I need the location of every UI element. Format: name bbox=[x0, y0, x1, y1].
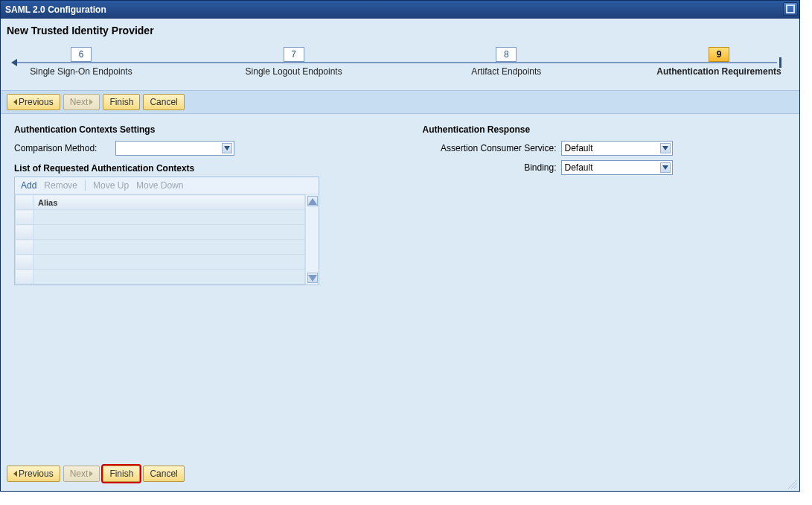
svg-rect-0 bbox=[787, 5, 794, 13]
table-row[interactable] bbox=[16, 225, 305, 240]
comparison-method-select[interactable] bbox=[115, 141, 234, 156]
finish-button[interactable]: Finish bbox=[103, 94, 140, 110]
resize-grip-icon[interactable] bbox=[787, 478, 799, 490]
svg-marker-6 bbox=[662, 165, 668, 170]
maximize-button[interactable] bbox=[783, 2, 798, 16]
title-bar: SAML 2.0 Configuration bbox=[1, 1, 799, 19]
action-bar-top: Previous Next Finish Cancel bbox=[1, 90, 799, 114]
table-row[interactable] bbox=[16, 240, 305, 255]
content-area: Authentication Contexts Settings Compari… bbox=[1, 114, 799, 296]
binding-value: Default bbox=[565, 162, 593, 173]
arrow-right-icon bbox=[89, 471, 93, 477]
previous-button[interactable]: Previous bbox=[7, 466, 60, 482]
auth-contexts-table: Alias bbox=[15, 194, 305, 285]
next-button: Next bbox=[63, 94, 100, 110]
arrow-left-icon bbox=[13, 471, 17, 477]
table-row[interactable] bbox=[16, 270, 305, 285]
wizard-step-9[interactable]: 9 Authentication Requirements bbox=[645, 47, 793, 77]
wizard-step-8[interactable]: 8 Artifact Endpoints bbox=[432, 47, 581, 77]
movedown-button: Move Down bbox=[136, 180, 183, 191]
cell-alias[interactable] bbox=[33, 255, 305, 270]
table-scrollbar[interactable] bbox=[305, 194, 319, 285]
table-row[interactable] bbox=[16, 210, 305, 225]
acs-label: Assertion Consumer Service: bbox=[423, 143, 557, 153]
auth-response-heading: Authentication Response bbox=[423, 124, 787, 135]
next-label: Next bbox=[70, 97, 89, 107]
auth-contexts-table-panel: Add Remove Move Up Move Down Alias bbox=[14, 177, 319, 285]
previous-label: Previous bbox=[19, 469, 54, 479]
chevron-down-icon bbox=[222, 143, 232, 153]
chevron-down-icon bbox=[660, 162, 671, 173]
scroll-up-icon[interactable] bbox=[307, 196, 318, 206]
comparison-method-row: Comparison Method: bbox=[14, 141, 378, 156]
binding-select[interactable]: Default bbox=[561, 160, 673, 175]
page-title: New Trusted Identity Provider bbox=[1, 19, 799, 39]
wizard-step-6[interactable]: 6 Single Sign-On Endpoints bbox=[7, 47, 156, 77]
svg-marker-2 bbox=[224, 146, 230, 150]
cell-alias[interactable] bbox=[33, 225, 305, 240]
auth-contexts-heading: Authentication Contexts Settings bbox=[14, 124, 378, 135]
add-button[interactable]: Add bbox=[21, 180, 36, 191]
svg-marker-3 bbox=[308, 198, 317, 205]
cell-alias[interactable] bbox=[33, 210, 305, 225]
row-header-blank bbox=[16, 195, 33, 210]
cancel-button[interactable]: Cancel bbox=[143, 94, 184, 110]
cell-alias[interactable] bbox=[33, 270, 305, 285]
acs-value: Default bbox=[565, 143, 593, 153]
svg-marker-4 bbox=[308, 275, 317, 282]
step-label: Single Sign-On Endpoints bbox=[30, 66, 132, 77]
binding-row: Binding: Default bbox=[423, 160, 787, 175]
previous-label: Previous bbox=[19, 97, 54, 107]
finish-label: Finish bbox=[109, 469, 133, 479]
action-bar-bottom: Previous Next Finish Cancel bbox=[7, 466, 185, 482]
step-number: 7 bbox=[284, 47, 304, 62]
moveup-button: Move Up bbox=[93, 180, 129, 191]
table-toolbar: Add Remove Move Up Move Down bbox=[15, 177, 319, 194]
step-number: 8 bbox=[496, 47, 517, 62]
saml-config-window: SAML 2.0 Configuration New Trusted Ident… bbox=[0, 0, 800, 492]
list-heading: List of Requested Authentication Context… bbox=[14, 163, 378, 174]
table-row[interactable] bbox=[16, 255, 305, 270]
acs-row: Assertion Consumer Service: Default bbox=[423, 141, 787, 156]
step-number: 9 bbox=[709, 47, 729, 62]
column-alias[interactable]: Alias bbox=[33, 195, 305, 210]
binding-label: Binding: bbox=[423, 162, 557, 173]
cell-alias[interactable] bbox=[33, 240, 305, 255]
step-number: 6 bbox=[71, 47, 92, 62]
step-label: Artifact Endpoints bbox=[471, 66, 541, 77]
cancel-label: Cancel bbox=[150, 469, 177, 479]
comparison-method-label: Comparison Method: bbox=[14, 143, 111, 153]
scroll-down-icon[interactable] bbox=[307, 273, 318, 283]
chevron-down-icon bbox=[660, 143, 671, 153]
finish-button[interactable]: Finish bbox=[103, 466, 140, 482]
acs-select[interactable]: Default bbox=[561, 141, 673, 156]
cancel-label: Cancel bbox=[150, 97, 177, 107]
left-column: Authentication Contexts Settings Compari… bbox=[14, 124, 378, 285]
cancel-button[interactable]: Cancel bbox=[143, 466, 184, 482]
step-label: Single Logout Endpoints bbox=[246, 66, 342, 77]
finish-label: Finish bbox=[109, 97, 133, 107]
arrow-left-icon bbox=[13, 99, 17, 105]
toolbar-separator bbox=[85, 180, 86, 191]
wizard-step-7[interactable]: 7 Single Logout Endpoints bbox=[220, 47, 368, 77]
maximize-icon bbox=[786, 4, 795, 13]
next-label: Next bbox=[70, 469, 89, 479]
arrow-right-icon bbox=[89, 99, 93, 105]
step-label: Authentication Requirements bbox=[656, 66, 781, 77]
next-button: Next bbox=[63, 466, 100, 482]
right-column: Authentication Response Assertion Consum… bbox=[423, 124, 787, 285]
previous-button[interactable]: Previous bbox=[7, 94, 60, 110]
window-title: SAML 2.0 Configuration bbox=[5, 4, 106, 15]
wizard-roadmap: 6 Single Sign-On Endpoints 7 Single Logo… bbox=[1, 39, 799, 90]
remove-button: Remove bbox=[44, 180, 77, 191]
svg-marker-5 bbox=[662, 146, 668, 150]
